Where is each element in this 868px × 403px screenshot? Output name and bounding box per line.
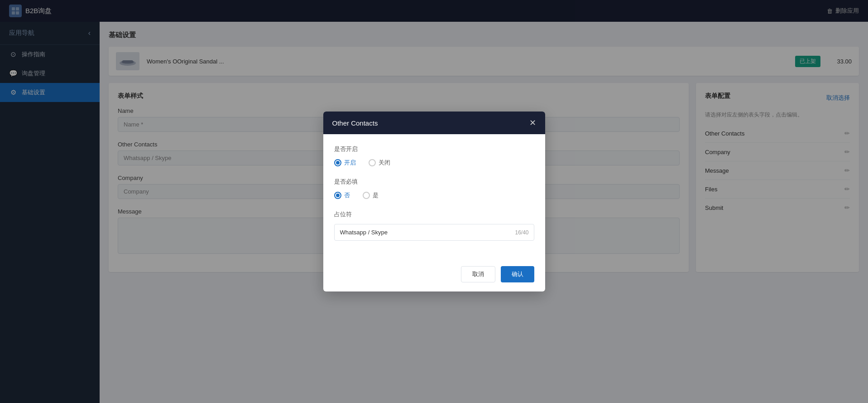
required-label: 是否必填 <box>334 178 534 186</box>
required-radio-group: 否 是 <box>334 191 534 199</box>
modal-overlay[interactable]: Other Contacts ✕ 是否开启 开启 关闭 <box>0 0 868 403</box>
placeholder-count: 16/40 <box>515 229 528 236</box>
confirm-button[interactable]: 确认 <box>501 266 534 282</box>
required-yes-radio[interactable] <box>363 192 370 199</box>
required-yes-label: 是 <box>373 191 379 199</box>
modal-header: Other Contacts ✕ <box>323 112 545 134</box>
required-yes-option[interactable]: 是 <box>363 191 379 199</box>
enable-radio-group: 开启 关闭 <box>334 159 534 167</box>
enable-off-label: 关闭 <box>379 159 390 167</box>
placeholder-section: 占位符 16/40 <box>334 210 534 241</box>
required-no-label: 否 <box>344 191 350 199</box>
required-section: 是否必填 否 是 <box>334 178 534 199</box>
modal-footer: 取消 确认 <box>323 261 545 291</box>
enable-off-option[interactable]: 关闭 <box>369 159 390 167</box>
required-no-option[interactable]: 否 <box>334 191 350 199</box>
required-no-radio[interactable] <box>334 192 341 199</box>
cancel-button[interactable]: 取消 <box>461 266 495 282</box>
placeholder-input[interactable] <box>334 224 534 241</box>
other-contacts-modal: Other Contacts ✕ 是否开启 开启 关闭 <box>323 112 545 291</box>
modal-close-btn[interactable]: ✕ <box>529 119 536 127</box>
enable-section: 是否开启 开启 关闭 <box>334 145 534 167</box>
placeholder-input-wrap: 16/40 <box>334 224 534 241</box>
enable-off-radio[interactable] <box>369 159 376 166</box>
enable-on-label: 开启 <box>344 159 356 167</box>
enable-on-option[interactable]: 开启 <box>334 159 356 167</box>
placeholder-label: 占位符 <box>334 210 534 218</box>
modal-title: Other Contacts <box>332 119 378 127</box>
enable-label: 是否开启 <box>334 145 534 153</box>
modal-body: 是否开启 开启 关闭 是否必填 <box>323 134 545 261</box>
enable-on-radio[interactable] <box>334 159 341 166</box>
